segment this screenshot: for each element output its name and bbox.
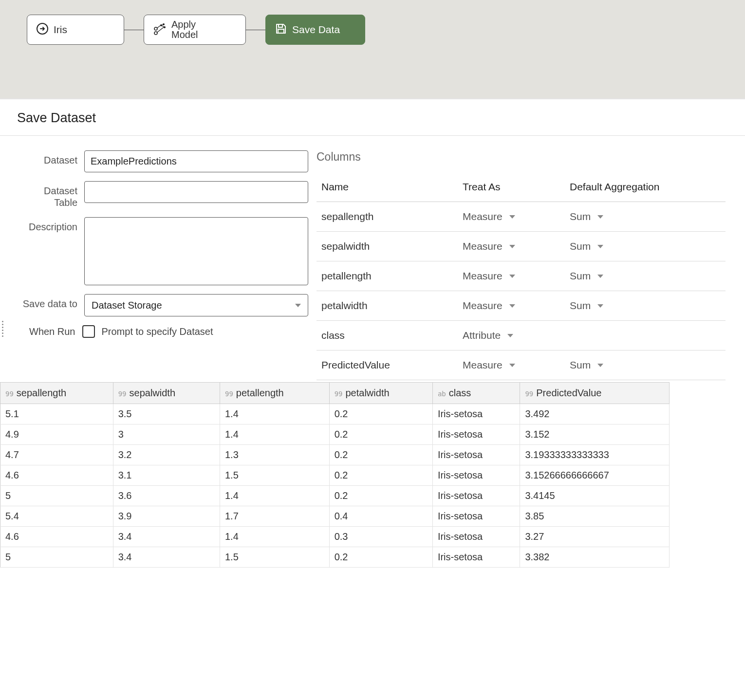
- chevron-down-icon: [295, 304, 301, 307]
- numeric-type-icon: 99: [335, 390, 343, 398]
- table-cell: 5: [0, 547, 113, 568]
- numeric-type-icon: 99: [5, 390, 14, 398]
- config-area: Dataset Dataset Table Description Save d…: [0, 136, 745, 380]
- panel-title: Save Dataset: [0, 99, 745, 136]
- workflow-canvas: Iris Apply Model Save Data: [0, 0, 745, 99]
- treat-as-dropdown[interactable]: Measure: [463, 211, 570, 222]
- table-cell: 3.152: [520, 424, 670, 445]
- table-row[interactable]: 4.73.21.30.2Iris-setosa3.19333333333333: [0, 445, 670, 465]
- dataset-table-label: Dataset Table: [9, 181, 84, 208]
- column-name: sepalwidth: [321, 240, 463, 252]
- node-iris[interactable]: Iris: [27, 15, 124, 45]
- table-column-header[interactable]: 99petallength: [220, 383, 330, 404]
- svg-rect-7: [278, 29, 284, 33]
- table-cell: 3.15266666666667: [520, 465, 670, 486]
- table-cell: 1.4: [220, 424, 330, 445]
- svg-rect-6: [279, 24, 282, 27]
- column-definition-row: sepalwidthMeasureSum: [317, 232, 726, 261]
- table-row[interactable]: 4.931.40.2Iris-setosa3.152: [0, 424, 670, 445]
- when-run-label: When Run: [29, 326, 75, 337]
- node-label-line1: Apply: [171, 19, 198, 30]
- table-cell: 3.4145: [520, 486, 670, 506]
- table-row[interactable]: 53.61.40.2Iris-setosa3.4145: [0, 486, 670, 506]
- aggregation-dropdown[interactable]: Sum: [570, 211, 687, 222]
- resize-handle-icon[interactable]: [2, 321, 3, 337]
- column-header-label: class: [449, 387, 471, 398]
- column-name: PredictedValue: [321, 359, 463, 371]
- table-column-header[interactable]: 99PredictedValue: [520, 383, 670, 404]
- table-cell: 3.9: [113, 506, 220, 527]
- description-label: Description: [9, 217, 84, 233]
- column-name: petalwidth: [321, 300, 463, 312]
- treat-as-dropdown[interactable]: Measure: [463, 270, 570, 282]
- save-data-to-label: Save data to: [9, 294, 84, 310]
- table-cell: 0.2: [329, 465, 432, 486]
- column-header-label: sepallength: [17, 387, 66, 398]
- table-cell: 3.19333333333333: [520, 445, 670, 465]
- chevron-down-icon: [597, 215, 603, 219]
- table-cell: 5.4: [0, 506, 113, 527]
- table-cell: 5.1: [0, 404, 113, 424]
- treat-as-dropdown[interactable]: Measure: [463, 359, 570, 371]
- node-label-line2: Model: [171, 30, 198, 40]
- chevron-down-icon: [597, 304, 603, 308]
- table-cell: 0.2: [329, 445, 432, 465]
- connector: [124, 30, 144, 30]
- columns-title: Columns: [317, 150, 726, 164]
- prompt-dataset-checkbox[interactable]: [82, 325, 95, 338]
- table-column-header[interactable]: 99petalwidth: [329, 383, 432, 404]
- table-column-header[interactable]: abclass: [432, 383, 520, 404]
- table-cell: 1.7: [220, 506, 330, 527]
- column-definition-row: sepallengthMeasureSum: [317, 202, 726, 232]
- table-row[interactable]: 4.63.11.50.2Iris-setosa3.15266666666667: [0, 465, 670, 486]
- table-row[interactable]: 5.13.51.40.2Iris-setosa3.492: [0, 404, 670, 424]
- treat-as-dropdown[interactable]: Measure: [463, 240, 570, 252]
- treat-as-dropdown[interactable]: Attribute: [463, 330, 570, 341]
- table-cell: 3.492: [520, 404, 670, 424]
- aggregation-dropdown[interactable]: Sum: [570, 270, 687, 282]
- column-definition-row: classAttribute: [317, 321, 726, 350]
- table-row[interactable]: 5.43.91.70.4Iris-setosa3.85: [0, 506, 670, 527]
- table-cell: 0.2: [329, 547, 432, 568]
- chevron-down-icon: [597, 275, 603, 278]
- treat-as-dropdown[interactable]: Measure: [463, 300, 570, 312]
- table-cell: 5: [0, 486, 113, 506]
- dataset-table-input[interactable]: [84, 181, 308, 203]
- aggregation-dropdown[interactable]: Sum: [570, 359, 687, 371]
- column-definition-row: petallengthMeasureSum: [317, 261, 726, 291]
- table-cell: Iris-setosa: [432, 404, 520, 424]
- aggregation-dropdown[interactable]: Sum: [570, 300, 687, 312]
- table-cell: 3.5: [113, 404, 220, 424]
- table-cell: 4.7: [0, 445, 113, 465]
- apply-model-icon: [153, 22, 167, 37]
- node-label: Iris: [54, 24, 67, 36]
- chevron-down-icon: [509, 364, 515, 367]
- table-cell: Iris-setosa: [432, 527, 520, 547]
- table-column-header[interactable]: 99sepallength: [0, 383, 113, 404]
- chevron-down-icon: [509, 304, 515, 308]
- node-save-data[interactable]: Save Data: [265, 15, 365, 45]
- form-column: Dataset Dataset Table Description Save d…: [0, 150, 317, 380]
- table-cell: Iris-setosa: [432, 445, 520, 465]
- table-column-header[interactable]: 99sepalwidth: [113, 383, 220, 404]
- table-cell: 3.1: [113, 465, 220, 486]
- save-data-to-select[interactable]: Dataset Storage: [84, 294, 308, 316]
- description-textarea[interactable]: [84, 217, 308, 285]
- chevron-down-icon: [597, 245, 603, 248]
- connector: [246, 30, 265, 30]
- node-apply-model[interactable]: Apply Model: [144, 15, 246, 45]
- dataset-name-input[interactable]: [84, 150, 308, 172]
- table-row[interactable]: 4.63.41.40.3Iris-setosa3.27: [0, 527, 670, 547]
- table-cell: 1.4: [220, 486, 330, 506]
- table-row[interactable]: 53.41.50.2Iris-setosa3.382: [0, 547, 670, 568]
- table-cell: 0.2: [329, 404, 432, 424]
- dataset-label: Dataset: [9, 150, 84, 166]
- table-cell: 0.4: [329, 506, 432, 527]
- column-header-label: petallength: [236, 387, 284, 398]
- chevron-down-icon: [509, 245, 515, 248]
- prompt-dataset-checkbox-label: Prompt to specify Dataset: [102, 326, 213, 337]
- column-definition-row: petalwidthMeasureSum: [317, 291, 726, 321]
- column-name: sepallength: [321, 211, 463, 222]
- aggregation-dropdown[interactable]: Sum: [570, 240, 687, 252]
- table-cell: 3.6: [113, 486, 220, 506]
